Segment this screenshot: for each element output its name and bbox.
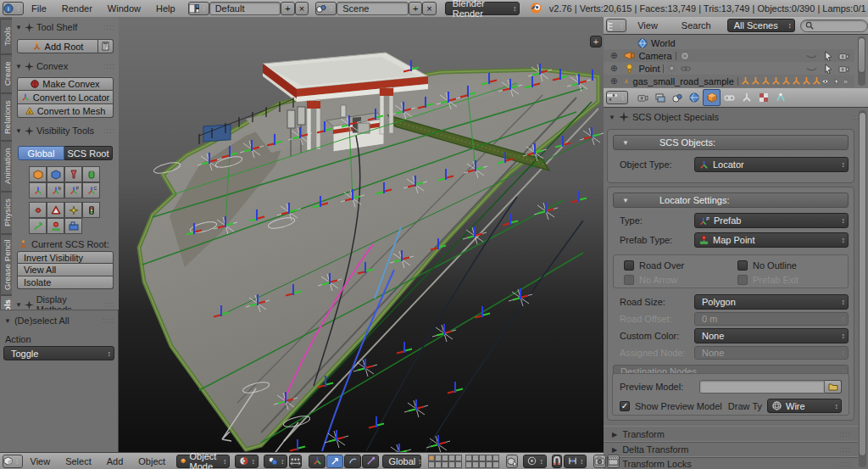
visibility-scope-scsroot-toggle[interactable]: SCS Root bbox=[64, 146, 113, 160]
tab-object-data[interactable] bbox=[738, 90, 754, 105]
panel-header-scs-object-specials[interactable]: ▼ SCS Object Specials :::: bbox=[609, 112, 863, 122]
add-layout-button[interactable]: + bbox=[281, 2, 294, 15]
layer-toggle[interactable] bbox=[472, 455, 479, 461]
outliner-menu-search[interactable]: Search bbox=[674, 17, 719, 34]
preview-model-browse-button[interactable] bbox=[825, 380, 842, 394]
show-prefab-semaphores-toggle[interactable] bbox=[82, 202, 100, 218]
layer-toggle[interactable] bbox=[486, 461, 492, 468]
draw-type-dropdown[interactable]: Wire ↕ bbox=[767, 399, 842, 413]
panel-drag-dots[interactable]: :::: bbox=[103, 62, 115, 70]
panel-drag-dots[interactable]: :::: bbox=[839, 430, 851, 438]
outliner-row-gas-small-road-sample[interactable]: ⊕ gas_small_road_sample bbox=[604, 75, 854, 87]
show-prefab-map-points-toggle[interactable] bbox=[47, 218, 64, 234]
show-prefab-nodes-toggle[interactable] bbox=[29, 202, 47, 218]
layer-toggle[interactable] bbox=[435, 461, 442, 468]
make-convex-button[interactable]: Make Convex bbox=[17, 77, 114, 91]
visibility-eye-icon[interactable] bbox=[822, 77, 828, 86]
mode-dropdown[interactable]: Object Mode ↕ bbox=[176, 455, 230, 468]
add-root-button[interactable]: Add Root bbox=[17, 39, 98, 53]
expand-icon[interactable]: ⊕ bbox=[610, 64, 617, 73]
view3d-menu-object[interactable]: Object bbox=[131, 453, 173, 469]
tab-constraints[interactable] bbox=[721, 90, 737, 105]
layer-toggle[interactable] bbox=[442, 455, 448, 461]
panel-drag-dots[interactable]: :::: bbox=[103, 23, 115, 31]
layer-toggle[interactable] bbox=[428, 455, 435, 461]
manipulator-scale-toggle[interactable] bbox=[362, 455, 379, 468]
outliner-row-camera[interactable]: ⊕ Camera bbox=[604, 49, 854, 62]
show-collision-locators-toggle[interactable]: C bbox=[82, 182, 100, 198]
panel-header-visibility-tools[interactable]: ▼ Visibility Tools :::: bbox=[15, 126, 115, 136]
show-model-locators-toggle[interactable]: M bbox=[47, 182, 64, 198]
layers-group-2[interactable] bbox=[465, 455, 499, 468]
show-material-objects-toggle[interactable] bbox=[82, 166, 100, 182]
show-preview-model-checkbox[interactable]: ✓ Show Preview Model bbox=[620, 401, 722, 411]
layer-toggle[interactable] bbox=[442, 461, 448, 468]
view3d-menu-add[interactable]: Add bbox=[99, 453, 131, 469]
menu-window[interactable]: Window bbox=[100, 0, 148, 17]
renderability-camera-icon[interactable] bbox=[838, 52, 849, 60]
opengl-render-anim-button[interactable] bbox=[607, 455, 620, 468]
layer-toggle[interactable] bbox=[492, 455, 499, 461]
editor-type-button-outliner[interactable]: ↕ bbox=[606, 19, 626, 32]
screen-layout-browse-button[interactable]: ↕ bbox=[188, 2, 209, 15]
visibility-eye-icon[interactable] bbox=[806, 64, 817, 72]
properties-scrollbar[interactable] bbox=[859, 110, 866, 467]
isolate-button[interactable]: Isolate bbox=[17, 276, 114, 289]
layer-toggle[interactable] bbox=[448, 455, 455, 461]
no-outline-checkbox[interactable]: No Outline bbox=[737, 260, 797, 271]
opengl-render-still-button[interactable] bbox=[593, 455, 606, 468]
panel-header-transform-locks[interactable]: ▶ Transform Locks :::: bbox=[604, 456, 858, 469]
tab-physics[interactable] bbox=[772, 90, 788, 105]
panel-drag-dots[interactable]: :::: bbox=[103, 126, 115, 135]
outliner-scrollbar[interactable] bbox=[858, 36, 865, 86]
scs-objects-section-header[interactable]: ▼ SCS Objects: bbox=[613, 135, 849, 150]
outliner-row-point[interactable]: ⊕ Point bbox=[604, 62, 854, 75]
layer-toggle[interactable] bbox=[479, 461, 486, 468]
scene-name-field[interactable]: Scene bbox=[337, 2, 409, 15]
scene-browse-button[interactable]: ↕ bbox=[315, 2, 337, 15]
screen-layout-name-field[interactable]: Default bbox=[209, 2, 281, 15]
road-size-dropdown[interactable]: Polygon ↕ bbox=[694, 294, 849, 310]
tab-world[interactable] bbox=[686, 90, 702, 105]
pivot-align-toggle[interactable] bbox=[289, 455, 302, 468]
snap-element-dropdown[interactable]: ↕ bbox=[564, 455, 587, 468]
selectability-cursor-icon[interactable] bbox=[834, 76, 839, 87]
prefab-exit-checkbox[interactable]: Prefab Exit bbox=[737, 275, 798, 285]
editor-type-button-properties[interactable]: ↕ bbox=[606, 91, 628, 104]
delete-layout-button[interactable]: × bbox=[295, 2, 309, 15]
convert-to-mesh-button[interactable]: Convert to Mesh bbox=[17, 104, 114, 118]
locator-type-dropdown[interactable]: P Prefab ↕ bbox=[694, 213, 849, 228]
layer-toggle[interactable] bbox=[448, 461, 455, 468]
show-shadow-casters-toggle[interactable] bbox=[47, 166, 64, 182]
outliner-row-world[interactable]: World bbox=[604, 36, 854, 49]
pivot-point-dropdown[interactable]: ↕ bbox=[264, 455, 288, 468]
visibility-scope-global-toggle[interactable]: Global bbox=[18, 146, 64, 160]
proportional-edit-dropdown[interactable]: ↕ bbox=[523, 455, 547, 468]
layer-toggle[interactable] bbox=[435, 455, 442, 461]
manipulator-rotate-toggle[interactable] bbox=[344, 455, 361, 468]
editor-type-button-info[interactable]: i ↕ bbox=[3, 2, 24, 15]
convert-to-locator-button[interactable]: Convert to Locator bbox=[17, 91, 114, 104]
selectability-cursor-icon[interactable] bbox=[823, 51, 832, 61]
selectability-cursor-icon[interactable] bbox=[823, 64, 832, 74]
lock-to-scene-toggle[interactable] bbox=[506, 455, 518, 468]
renderability-camera-icon[interactable] bbox=[843, 77, 849, 86]
menu-help[interactable]: Help bbox=[148, 0, 183, 17]
panel-drag-dots[interactable]: :::: bbox=[103, 300, 115, 309]
show-glass-objects-toggle[interactable] bbox=[64, 166, 82, 182]
show-prefab-spawns-toggle[interactable] bbox=[64, 202, 82, 218]
panel-header-tool-shelf[interactable]: ▼ Tool Shelf :::: bbox=[15, 22, 115, 32]
layer-toggle[interactable] bbox=[479, 455, 486, 461]
panel-header-transform[interactable]: ▶ Transform :::: bbox=[604, 426, 858, 443]
add-scene-button[interactable]: + bbox=[409, 2, 422, 15]
outliner-menu-view[interactable]: View bbox=[630, 17, 665, 34]
menu-render[interactable]: Render bbox=[54, 0, 100, 17]
manipulator-translate-toggle[interactable] bbox=[326, 455, 343, 468]
show-prefab-signs-toggle[interactable] bbox=[47, 202, 64, 218]
action-dropdown[interactable]: Toggle ↕ bbox=[3, 346, 114, 360]
outliner-search-input[interactable] bbox=[800, 20, 868, 32]
viewport-region-expand-button[interactable]: + bbox=[590, 36, 602, 47]
locator-settings-section-header[interactable]: ▼ Locator Settings: bbox=[613, 193, 849, 208]
tab-material[interactable] bbox=[755, 90, 771, 105]
preview-model-input[interactable] bbox=[699, 380, 825, 394]
